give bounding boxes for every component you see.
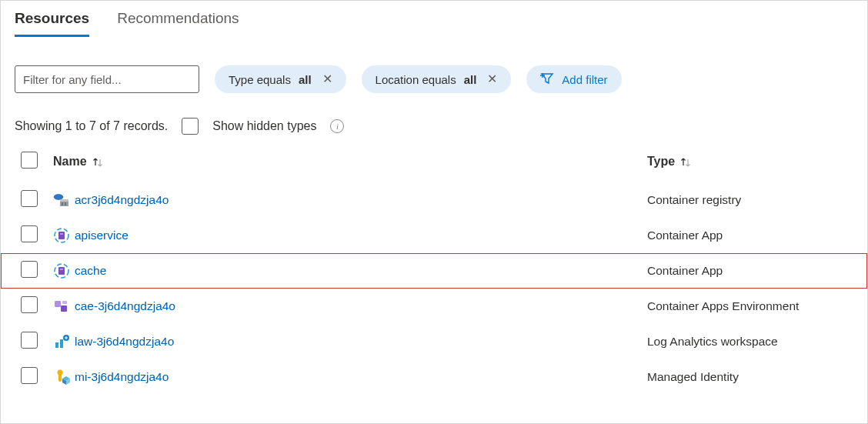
- table-row: cacheContainer App: [1, 253, 867, 289]
- resource-icon: [53, 369, 70, 386]
- resource-link[interactable]: apiservice: [75, 229, 129, 242]
- column-header-name[interactable]: Name: [53, 155, 636, 169]
- close-icon[interactable]: ✕: [322, 73, 332, 85]
- row-checkbox[interactable]: [21, 367, 38, 384]
- column-header-name-label: Name: [53, 155, 87, 169]
- column-header-type-label: Type: [647, 155, 675, 169]
- select-all-checkbox[interactable]: [21, 152, 38, 169]
- row-checkbox[interactable]: [21, 261, 38, 278]
- resource-icon: [53, 192, 70, 209]
- row-checkbox[interactable]: [21, 225, 38, 242]
- add-filter-icon: [540, 72, 557, 88]
- record-count: Showing 1 to 7 of 7 records.: [15, 119, 168, 133]
- filter-chip-location[interactable]: Location equals all ✕: [362, 65, 512, 93]
- add-filter-button[interactable]: Add filter: [526, 65, 621, 93]
- resource-type: Container App: [647, 229, 853, 242]
- resource-link[interactable]: law-3j6d4ngdzja4o: [75, 335, 174, 349]
- sort-icon: [679, 155, 692, 169]
- resource-icon: [53, 262, 70, 279]
- resources-panel: Resources Recommendations Type equals al…: [0, 0, 868, 424]
- table-row: law-3j6d4ngdzja4oLog Analytics workspace: [1, 324, 867, 359]
- filter-chip-type-label: Type equals: [229, 73, 291, 86]
- row-checkbox[interactable]: [21, 190, 38, 207]
- resource-type: Container App: [647, 264, 853, 278]
- filter-row: Type equals all ✕ Location equals all ✕ …: [1, 38, 867, 93]
- resource-type: Container Apps Environment: [647, 299, 853, 313]
- tab-recommendations[interactable]: Recommendations: [117, 5, 239, 37]
- show-hidden-label: Show hidden types: [212, 119, 316, 133]
- resource-link[interactable]: cae-3j6d4ngdzja4o: [75, 299, 175, 313]
- row-checkbox[interactable]: [21, 296, 38, 313]
- resource-type: Managed Identity: [647, 370, 853, 384]
- column-header-type[interactable]: Type: [647, 155, 853, 169]
- tab-resources[interactable]: Resources: [15, 5, 89, 37]
- filter-chip-type-value: all: [299, 73, 312, 86]
- filter-chip-type[interactable]: Type equals all ✕: [215, 65, 346, 93]
- table-row: cae-3j6d4ngdzja4oContainer Apps Environm…: [1, 289, 867, 324]
- row-checkbox[interactable]: [21, 332, 38, 349]
- resource-link[interactable]: mi-3j6d4ngdzja4o: [75, 370, 169, 384]
- resource-icon: [53, 298, 70, 315]
- resource-icon: [53, 227, 70, 244]
- resource-link[interactable]: acr3j6d4ngdzja4o: [75, 193, 169, 207]
- filter-chip-location-label: Location equals: [376, 73, 456, 86]
- resource-icon: [53, 333, 70, 350]
- sort-icon: [92, 155, 104, 169]
- resource-type: Container registry: [647, 193, 853, 207]
- resource-link[interactable]: cache: [75, 264, 106, 278]
- resource-type: Log Analytics workspace: [647, 335, 853, 349]
- show-hidden-checkbox[interactable]: [182, 118, 199, 135]
- filter-chip-location-value: all: [464, 73, 477, 86]
- status-row: Showing 1 to 7 of 7 records. Show hidden…: [1, 93, 867, 145]
- close-icon[interactable]: ✕: [487, 73, 497, 85]
- table-body: acr3j6d4ngdzja4oContainer registryapiser…: [1, 182, 867, 395]
- table-header: Name Type: [1, 145, 867, 182]
- add-filter-label: Add filter: [562, 73, 607, 86]
- filter-input[interactable]: [15, 65, 199, 93]
- table-row: acr3j6d4ngdzja4oContainer registry: [1, 182, 867, 218]
- table-row: apiserviceContainer App: [1, 218, 867, 253]
- table-row: mi-3j6d4ngdzja4oManaged Identity: [1, 359, 867, 395]
- info-icon[interactable]: i: [330, 119, 344, 133]
- tab-strip: Resources Recommendations: [1, 1, 867, 38]
